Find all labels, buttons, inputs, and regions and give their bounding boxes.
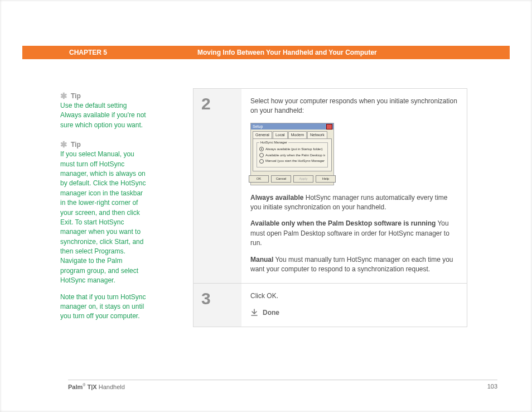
radio-option: Manual (you start the HotSync Manager yo…: [259, 159, 325, 164]
page-title: Moving Info Between Your Handheld and Yo…: [197, 49, 377, 56]
tip-text: Use the default setting Always available…: [60, 101, 147, 130]
step-row: 3 Click OK. Done: [194, 284, 467, 327]
tip-text: Note that if you turn HotSync manager on…: [60, 293, 147, 322]
radio-option: Always available (put in Startup folder): [259, 147, 325, 152]
tip-block: ✱ Tip If you select Manual, you must tur…: [60, 140, 147, 322]
page-footer: Palm® T|X Handheld 103: [68, 383, 497, 390]
step-body: Select how your computer responds when y…: [241, 89, 467, 283]
product-brand: Palm: [68, 384, 83, 390]
option-desc: Available only when the Palm Desktop sof…: [250, 219, 458, 248]
dialog-group: HotSync Manager Always available (put in…: [257, 142, 328, 167]
apply-button: Apply: [293, 175, 313, 183]
footer-rule: [68, 380, 497, 380]
radio-icon: [259, 159, 264, 164]
tip-body: If you select Manual, you must turn off …: [60, 150, 147, 322]
step-body: Click OK. Done: [241, 284, 467, 327]
ok-button: OK: [249, 175, 269, 183]
help-button: Help: [316, 175, 336, 183]
close-icon: [326, 124, 332, 130]
tab-general: General: [253, 131, 272, 138]
option-label: Always available: [250, 194, 303, 202]
option-text: You must manually turn HotSync manager o…: [250, 256, 453, 273]
product-suffix: Handheld: [97, 384, 125, 390]
sidebar-tips: ✱ Tip Use the default setting Always ava…: [60, 92, 147, 332]
tab-modem: Modem: [288, 131, 307, 138]
group-legend: HotSync Manager: [259, 140, 288, 145]
tip-body: Use the default setting Always available…: [60, 101, 147, 130]
chapter-header: CHAPTER 5 Moving Info Between Your Handh…: [22, 46, 510, 59]
tip-heading: ✱ Tip: [60, 140, 147, 148]
steps-panel: 2 Select how your computer responds when…: [193, 88, 467, 327]
chapter-label: CHAPTER 5: [22, 49, 197, 56]
dialog-title: Setup: [253, 124, 263, 130]
asterisk-icon: ✱: [60, 92, 67, 100]
tip-label: Tip: [71, 92, 81, 100]
tab-network: Network: [307, 131, 327, 138]
dialog-buttons: OK Cancel Apply Help: [251, 173, 333, 185]
dialog-tabs: General Local Modem Network: [251, 130, 333, 138]
option-label: Manual: [250, 256, 273, 264]
tip-heading: ✱ Tip: [60, 92, 147, 100]
setup-dialog: Setup General Local Modem Network HotSyn…: [250, 123, 334, 185]
tip-block: ✱ Tip Use the default setting Always ava…: [60, 92, 147, 130]
step-number: 3: [194, 284, 241, 327]
radio-option: Available only when the Palm Desktop is …: [259, 153, 325, 158]
product-name: Palm® T|X Handheld: [68, 383, 125, 390]
radio-label: Available only when the Palm Desktop is …: [265, 153, 325, 158]
dialog-titlebar: Setup: [251, 123, 333, 130]
radio-icon: [259, 153, 264, 157]
tip-text: If you select Manual, you must turn off …: [60, 150, 147, 285]
radio-label: Always available (put in Startup folder): [265, 147, 322, 152]
download-done-icon: [250, 309, 258, 317]
product-model: T|X: [85, 384, 96, 390]
done-row: Done: [250, 308, 458, 318]
dialog-inner: HotSync Manager Always available (put in…: [253, 138, 332, 171]
radio-label: Manual (you start the HotSync Manager yo…: [265, 159, 325, 164]
option-desc: Always available HotSync manager runs au…: [250, 193, 458, 213]
option-label: Available only when the Palm Desktop sof…: [250, 219, 436, 227]
cancel-button: Cancel: [271, 175, 291, 183]
step-number: 2: [194, 89, 241, 283]
step-row: 2 Select how your computer responds when…: [194, 89, 467, 284]
tab-local: Local: [273, 131, 288, 138]
asterisk-icon: ✱: [60, 140, 67, 148]
done-label: Done: [263, 308, 279, 318]
tip-label: Tip: [71, 141, 81, 148]
page-number: 103: [487, 383, 497, 390]
option-desc: Manual You must manually turn HotSync ma…: [250, 255, 458, 275]
step-text: Click OK.: [250, 291, 458, 301]
radio-icon: [259, 147, 264, 151]
step-intro: Select how your computer responds when y…: [250, 97, 458, 116]
